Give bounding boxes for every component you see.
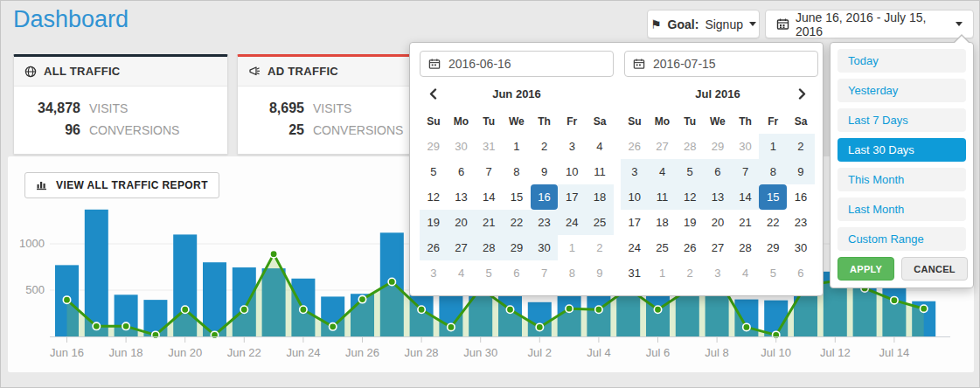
goal-dropdown-button[interactable]: ⚑ Goal: Signup	[647, 10, 760, 38]
conversions-point[interactable]	[270, 250, 277, 257]
day-cell[interactable]: 22	[503, 210, 531, 235]
day-cell[interactable]: 29	[759, 235, 787, 260]
day-cell[interactable]: 17	[558, 184, 586, 210]
conversions-point[interactable]	[358, 295, 365, 302]
day-cell[interactable]: 23	[787, 210, 815, 235]
day-cell[interactable]: 4	[448, 260, 476, 286]
prev-month-arrow[interactable]	[420, 88, 446, 100]
day-cell[interactable]: 31	[621, 260, 649, 286]
day-cell[interactable]: 30	[787, 235, 815, 260]
day-cell[interactable]: 9	[787, 159, 815, 184]
day-cell[interactable]: 19	[420, 210, 448, 235]
day-cell[interactable]: 2	[586, 235, 614, 260]
day-cell[interactable]: 8	[503, 159, 531, 184]
day-cell[interactable]: 3	[704, 260, 732, 286]
day-cell[interactable]: 30	[732, 134, 760, 159]
day-cell[interactable]: 31	[475, 134, 503, 159]
day-cell[interactable]: 27	[649, 134, 677, 159]
conversions-point[interactable]	[536, 323, 543, 330]
day-cell[interactable]: 3	[558, 134, 586, 159]
day-cell[interactable]: 6	[503, 260, 531, 286]
day-cell[interactable]: 30	[448, 134, 476, 159]
conversions-point[interactable]	[122, 322, 129, 329]
day-cell[interactable]: 25	[586, 210, 614, 235]
day-cell[interactable]: 23	[531, 210, 559, 235]
day-cell[interactable]: 24	[621, 235, 649, 260]
day-cell[interactable]: 26	[676, 235, 704, 260]
day-cell[interactable]: 13	[704, 184, 732, 210]
range-preset-yesterday[interactable]: Yesterday	[838, 79, 966, 102]
day-cell[interactable]: 4	[649, 159, 677, 184]
day-cell[interactable]: 7	[475, 159, 503, 184]
day-cell[interactable]: 25	[649, 235, 677, 260]
day-cell[interactable]: 7	[531, 260, 559, 286]
day-cell[interactable]: 13	[448, 184, 476, 210]
conversions-point[interactable]	[595, 306, 602, 313]
conversions-point[interactable]	[418, 306, 425, 313]
day-cell[interactable]: 8	[759, 159, 787, 184]
selected-day-cell[interactable]: 16	[531, 184, 559, 210]
conversions-point[interactable]	[211, 331, 218, 338]
day-cell[interactable]: 6	[448, 159, 476, 184]
day-cell[interactable]: 19	[676, 210, 704, 235]
selected-day-cell[interactable]: 15	[759, 184, 787, 210]
day-cell[interactable]: 21	[732, 210, 760, 235]
day-cell[interactable]: 5	[475, 260, 503, 286]
day-cell[interactable]: 27	[448, 235, 476, 260]
day-cell[interactable]: 28	[732, 235, 760, 260]
conversions-point[interactable]	[448, 323, 455, 330]
conversions-point[interactable]	[63, 296, 70, 303]
day-cell[interactable]: 3	[420, 260, 448, 286]
day-cell[interactable]: 11	[586, 159, 614, 184]
day-cell[interactable]: 27	[704, 235, 732, 260]
day-cell[interactable]: 1	[649, 260, 677, 286]
day-cell[interactable]: 6	[704, 159, 732, 184]
day-cell[interactable]: 21	[475, 210, 503, 235]
range-preset-this-month[interactable]: This Month	[838, 168, 966, 191]
conversions-point[interactable]	[300, 306, 307, 313]
day-cell[interactable]: 10	[621, 184, 649, 210]
day-cell[interactable]: 4	[732, 260, 760, 286]
view-all-traffic-report-button[interactable]: VIEW ALL TRAFFIC REPORT	[24, 172, 219, 198]
day-cell[interactable]: 11	[649, 184, 677, 210]
conversions-point[interactable]	[388, 278, 395, 285]
day-cell[interactable]: 5	[420, 159, 448, 184]
day-cell[interactable]: 12	[676, 184, 704, 210]
day-cell[interactable]: 20	[704, 210, 732, 235]
day-cell[interactable]: 1	[503, 134, 531, 159]
day-cell[interactable]: 12	[420, 184, 448, 210]
day-cell[interactable]: 28	[676, 134, 704, 159]
day-cell[interactable]: 5	[676, 159, 704, 184]
day-cell[interactable]: 18	[586, 184, 614, 210]
conversions-point[interactable]	[506, 306, 513, 313]
range-preset-last-7-days[interactable]: Last 7 Days	[838, 108, 966, 132]
day-cell[interactable]: 14	[475, 184, 503, 210]
day-cell[interactable]: 30	[531, 235, 559, 260]
conversions-point[interactable]	[93, 322, 100, 329]
day-cell[interactable]: 22	[759, 210, 787, 235]
range-preset-today[interactable]: Today	[838, 49, 966, 73]
visits-bar[interactable]	[203, 262, 226, 336]
day-cell[interactable]: 1	[558, 235, 586, 260]
day-cell[interactable]: 7	[732, 159, 760, 184]
day-cell[interactable]: 24	[558, 210, 586, 235]
day-cell[interactable]: 20	[448, 210, 476, 235]
start-date-field[interactable]	[420, 51, 614, 77]
range-preset-last-30-days[interactable]: Last 30 Days	[838, 138, 966, 162]
day-cell[interactable]: 26	[621, 134, 649, 159]
conversions-point[interactable]	[921, 305, 928, 312]
next-month-arrow[interactable]	[789, 88, 815, 100]
day-cell[interactable]: 5	[759, 260, 787, 286]
conversions-point[interactable]	[152, 331, 159, 338]
day-cell[interactable]: 18	[649, 210, 677, 235]
conversions-point[interactable]	[654, 306, 661, 313]
day-cell[interactable]: 9	[586, 260, 614, 286]
conversions-point[interactable]	[891, 296, 898, 303]
day-cell[interactable]: 8	[558, 260, 586, 286]
conversions-point[interactable]	[240, 306, 247, 313]
day-cell[interactable]: 29	[704, 134, 732, 159]
day-cell[interactable]: 3	[621, 159, 649, 184]
day-cell[interactable]: 2	[531, 134, 559, 159]
end-date-field[interactable]	[624, 51, 818, 77]
day-cell[interactable]: 6	[787, 260, 815, 286]
